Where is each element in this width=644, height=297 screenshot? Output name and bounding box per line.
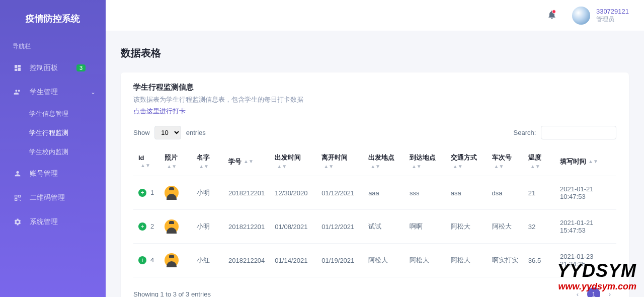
card-link-checkin[interactable]: 点击这里进行打卡 (133, 107, 186, 116)
user-menu[interactable]: 330729121 管理员 (572, 7, 629, 25)
dt-length-select[interactable]: 10 (154, 126, 181, 139)
notification-dot (552, 10, 556, 14)
cell-depart-place: 试试 (363, 210, 405, 244)
cell-transport: 阿松大 (446, 210, 487, 244)
cell-name: 小红 (192, 244, 223, 277)
cell-depart-time: 01/14/2021 (270, 244, 316, 277)
table-row: +2小明201821220101/08/202101/12/2021试试啊啊阿松… (133, 210, 616, 244)
sidebar: 疫情防控系统 导航栏 控制面板 3 学生管理 ⌄ 学生信息管理 学生行程监测 学… (0, 0, 106, 297)
dt-show-label: Show (133, 129, 150, 136)
cell-transport: 阿松大 (446, 244, 487, 277)
dt-search-control: Search: (514, 126, 616, 139)
cell-transport: asa (446, 176, 487, 210)
cell-depart-time: 12/30/2020 (270, 176, 316, 210)
cell-sno: 2018212201 (223, 176, 270, 210)
th-photo[interactable]: 照片▲▼ (159, 147, 192, 176)
page-1[interactable]: 1 (587, 287, 600, 297)
th-arrive-place[interactable]: 到达地点▲▼ (405, 147, 446, 176)
cell-fill-time: 2021-01-21 15:47:53 (555, 210, 616, 244)
nav-section-label: 导航栏 (0, 37, 106, 56)
th-fill-time[interactable]: 填写时间▲▼ (555, 147, 616, 176)
data-table: Id▲▼ 照片▲▼ 名字▲▼ 学号▲▼ 出发时间▲▼ 离开时间▲▼ 出发地点▲▼… (133, 147, 616, 277)
row-avatar (165, 253, 179, 267)
users-icon (13, 87, 23, 97)
dt-length-control: Show 10 entries (133, 126, 206, 139)
cell-id: 1 (150, 189, 154, 196)
card-subtitle: 该数据表为学生行程监测信息表，包含学生的每日打卡数据 (133, 95, 616, 104)
page-next[interactable]: › (603, 287, 616, 297)
cell-depart-place: 阿松大 (363, 244, 405, 277)
cell-temperature: 36.5 (523, 244, 555, 277)
brand-title: 疫情防控系统 (0, 0, 106, 37)
cell-train-no: dsa (487, 176, 523, 210)
th-leave-time[interactable]: 离开时间▲▼ (316, 147, 363, 176)
cell-depart-place: aaa (363, 176, 405, 210)
th-sno[interactable]: 学号▲▼ (223, 147, 270, 176)
cell-leave-time: 01/19/2021 (316, 244, 363, 277)
dt-entries-label: entries (186, 129, 206, 136)
expand-row-btn[interactable]: + (138, 189, 146, 197)
cell-arrive-place: 啊啊 (405, 210, 446, 244)
nav-dashboard-badge: 3 (76, 64, 86, 71)
user-role: 管理员 (596, 15, 629, 24)
cell-temperature: 32 (523, 210, 555, 244)
cell-id: 2 (150, 222, 154, 230)
cell-leave-time: 01/12/2021 (316, 176, 363, 210)
page-title: 数据表格 (121, 46, 629, 60)
cell-arrive-place: 阿松大 (405, 244, 446, 277)
th-transport[interactable]: 交通方式▲▼ (446, 147, 487, 176)
dt-search-label: Search: (514, 129, 536, 136)
th-depart-place[interactable]: 出发地点▲▼ (363, 147, 405, 176)
gear-icon (13, 217, 23, 227)
cell-train-no: 啊实打实 (487, 244, 523, 277)
row-avatar (165, 219, 179, 234)
table-row: +1小明201821220112/30/202001/12/2021aaasss… (133, 176, 616, 210)
pagination: ‹ 1 › (571, 287, 616, 297)
nav-system-label: 系统管理 (30, 217, 58, 227)
topbar: 330729121 管理员 (106, 0, 644, 31)
nav-student-info[interactable]: 学生信息管理 (0, 104, 106, 123)
cell-sno: 2018212204 (223, 244, 270, 277)
cell-name: 小明 (192, 210, 223, 244)
expand-row-btn[interactable]: + (138, 222, 146, 231)
user-avatar (572, 7, 590, 25)
nav-student-label: 学生管理 (30, 88, 58, 97)
cell-fill-time: 2021-01-21 10:47:53 (555, 176, 616, 210)
cell-id: 4 (150, 256, 154, 264)
dt-search-input[interactable] (541, 126, 616, 139)
cell-fill-time: 2021-01-23 21:24:35 (555, 244, 616, 277)
card-title: 学生行程监测信息 (133, 83, 616, 92)
cell-name: 小明 (192, 176, 223, 210)
th-depart-time[interactable]: 出发时间▲▼ (270, 147, 316, 176)
nav-qrcode-label: 二维码管理 (30, 193, 65, 202)
notification-bell[interactable] (547, 10, 557, 22)
nav-qrcode[interactable]: 二维码管理 (0, 186, 106, 210)
th-temperature[interactable]: 温度▲▼ (523, 147, 555, 176)
cell-temperature: 21 (523, 176, 555, 210)
cell-arrive-place: sss (405, 176, 446, 210)
nav-dashboard[interactable]: 控制面板 3 (0, 56, 106, 80)
cell-leave-time: 01/12/2021 (316, 210, 363, 244)
dashboard-icon (13, 63, 23, 73)
th-name[interactable]: 名字▲▼ (192, 147, 223, 176)
th-train-no[interactable]: 车次号▲▼ (487, 147, 523, 176)
nav-system[interactable]: 系统管理 (0, 210, 106, 234)
nav-student-trip[interactable]: 学生行程监测 (0, 123, 106, 142)
chevron-down-icon: ⌄ (91, 89, 96, 96)
th-id[interactable]: Id▲▼ (133, 147, 159, 176)
nav-account[interactable]: 账号管理 (0, 162, 106, 186)
row-avatar (165, 186, 179, 200)
nav-student[interactable]: 学生管理 ⌄ (0, 80, 106, 104)
page-prev[interactable]: ‹ (571, 287, 584, 297)
cell-sno: 2018212201 (223, 210, 270, 244)
nav-account-label: 账号管理 (30, 169, 58, 178)
expand-row-btn[interactable]: + (138, 256, 146, 264)
nav-student-campus[interactable]: 学生校内监测 (0, 142, 106, 162)
username: 330729121 (596, 8, 629, 15)
cell-train-no: 阿松大 (487, 210, 523, 244)
nav-dashboard-label: 控制面板 (30, 63, 58, 72)
cell-depart-time: 01/08/2021 (270, 210, 316, 244)
card: 学生行程监测信息 该数据表为学生行程监测信息表，包含学生的每日打卡数据 点击这里… (121, 72, 629, 297)
table-row: +4小红201821220401/14/202101/19/2021阿松大阿松大… (133, 244, 616, 277)
dt-info: Showing 1 to 3 of 3 entries (133, 290, 211, 298)
